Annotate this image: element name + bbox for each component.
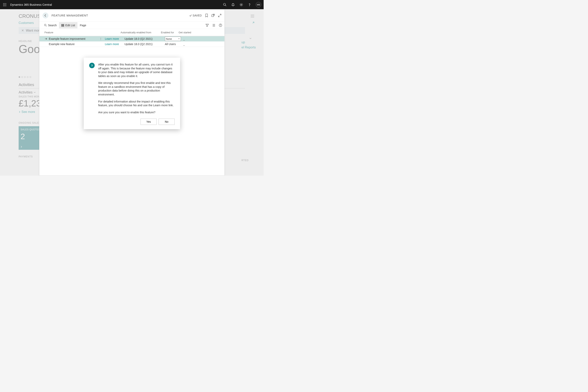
col-auto[interactable]: Automatically enabled from [120,31,161,34]
no-button[interactable]: No [158,118,175,125]
svg-point-6 [3,6,4,6]
feature-name: Example feature improvement [49,37,99,40]
yes-button[interactable]: Yes [140,118,156,125]
user-avatar[interactable]: MB [256,2,261,8]
svg-point-1 [4,3,5,4]
svg-point-17 [44,24,46,26]
row-indicator-icon [44,38,49,40]
svg-point-4 [4,4,5,5]
svg-rect-16 [212,15,214,17]
svg-rect-20 [62,25,64,26]
col-enabled[interactable]: Enabled for [161,31,178,34]
table-row[interactable]: Example feature improvement⋮Learn moreUp… [40,36,224,42]
svg-line-18 [46,26,47,26]
panel-title: FEATURE MANAGEMENT [52,14,88,17]
list-view-icon[interactable] [212,24,216,27]
svg-point-8 [6,6,6,6]
expand-panel-icon[interactable] [218,14,221,17]
question-icon: ? [89,63,95,68]
app-topbar: Dynamics 365 Business Central MB [0,0,264,9]
svg-point-11 [241,4,242,5]
back-button[interactable] [42,12,48,18]
get-started-value: _ [182,42,224,46]
settings-icon[interactable] [239,3,243,7]
panel-header: FEATURE MANAGEMENT SAVED [40,10,224,22]
auto-enabled-value: Update 18.0 (Q2 2021) [124,42,165,46]
help-icon[interactable] [248,3,252,7]
learn-more-link[interactable]: Learn more [105,37,124,40]
info-icon[interactable] [219,24,222,27]
panel-toolbar: Search Edit List Page [40,22,224,29]
enabled-for-value: All Users [165,42,176,46]
search-icon[interactable] [223,3,227,7]
learn-more-link[interactable]: Learn more [105,42,124,46]
svg-point-12 [249,6,250,6]
col-feature[interactable]: Feature [44,31,100,34]
svg-point-5 [6,4,6,5]
saved-status: SAVED [189,14,202,17]
app-title: Dynamics 365 Business Central [10,3,52,6]
table-row[interactable]: Example new featureLearn moreUpdate 18.0… [40,42,224,47]
svg-point-7 [4,6,5,6]
svg-point-9 [224,3,226,5]
feature-name: Example new feature [49,42,99,46]
notifications-icon[interactable] [231,3,235,7]
bookmark-icon[interactable] [205,14,208,17]
app-launcher-icon[interactable] [2,2,7,7]
svg-point-27 [220,24,221,25]
chevron-down-icon [178,38,180,40]
auto-enabled-value: Update 18.0 (Q2 2021) [124,37,165,40]
confirm-dialog: ? After you enable this feature for all … [84,58,180,129]
edit-list-action[interactable]: Edit List [59,22,78,28]
enabled-for-select[interactable]: None [165,37,181,41]
filter-icon[interactable] [206,24,209,27]
svg-point-2 [6,3,6,4]
table-header: Feature Automatically enabled from Enabl… [40,29,224,36]
popout-icon[interactable] [212,14,214,17]
page-action[interactable]: Page [78,22,88,28]
svg-rect-21 [62,26,64,27]
col-get[interactable]: Get started [178,31,224,34]
get-started-value: _ [182,37,224,40]
dialog-text: After you enable this feature for all us… [98,63,175,118]
svg-point-0 [3,3,4,4]
svg-rect-19 [62,24,64,25]
svg-line-10 [226,5,226,6]
search-action[interactable]: Search [42,22,59,28]
row-more-icon[interactable]: ⋮ [99,37,105,40]
svg-point-3 [3,4,4,5]
